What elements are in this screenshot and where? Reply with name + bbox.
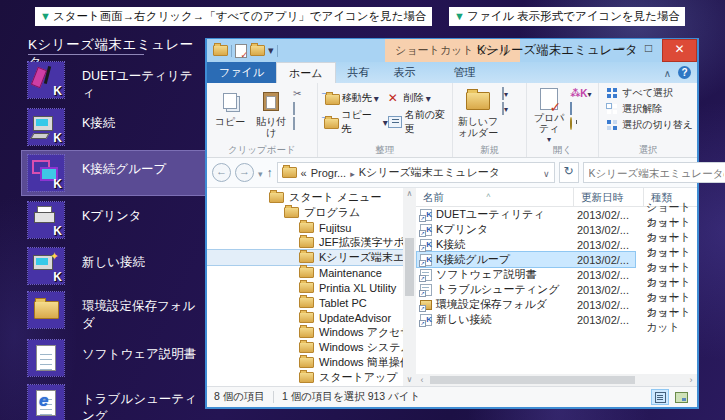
search-input[interactable]: [587, 166, 725, 180]
help-icon[interactable]: ?: [678, 66, 691, 79]
scroll-right-icon[interactable]: ›: [685, 375, 697, 385]
rename-button[interactable]: 名前の変更: [388, 108, 448, 136]
tree-item-tablet-pc[interactable]: Tablet PC: [207, 295, 403, 310]
easy-access-button[interactable]: [502, 103, 516, 115]
file-row-new-connection[interactable]: K↗新しい接続 2013/02/...ショートカット: [416, 312, 697, 327]
tree-item-fujitsu[interactable]: Fujitsu: [207, 220, 403, 235]
folder-icon: [299, 357, 314, 368]
tree-vertical-scrollbar[interactable]: ∧ ∨: [403, 188, 416, 386]
minimize-ribbon-icon[interactable]: [664, 67, 671, 79]
folder-icon: [299, 282, 314, 293]
divider: [273, 391, 274, 403]
new-folder-button[interactable]: 新しいフォルダー: [457, 86, 499, 145]
cut-button[interactable]: [293, 88, 307, 100]
new-item-button[interactable]: [502, 88, 516, 100]
folder-icon[interactable]: [213, 45, 228, 56]
history-button[interactable]: [570, 118, 584, 130]
edit-button[interactable]: [570, 103, 584, 115]
paste-button[interactable]: 貼り付け: [252, 86, 290, 145]
open-button[interactable]: ⁂K: [570, 88, 584, 100]
select-none-button[interactable]: 選択解除: [607, 102, 693, 116]
banner-start-screen-text: スタート画面→右クリック→「すべてのアプリ」でアイコンを見た場合: [53, 10, 427, 22]
banner-file-view: ▼ファイル 表示形式でアイコンを見た場合: [449, 7, 685, 26]
tree-item-k-series[interactable]: Kシリーズ端末エミュレータ: [207, 250, 403, 265]
tab-view[interactable]: 表示: [382, 62, 428, 83]
scroll-down-icon[interactable]: ∨: [407, 374, 413, 386]
divider: [231, 45, 232, 57]
app-tile-new-connection[interactable]: ✦K 新しい接続: [22, 244, 208, 288]
chevron-down-icon[interactable]: [268, 44, 274, 57]
column-header-date[interactable]: 更新日時: [574, 188, 644, 206]
move-to-button[interactable]: 移動先: [322, 91, 388, 105]
folder-icon: [299, 312, 314, 323]
thumbnail-view-button[interactable]: [672, 389, 690, 405]
scrollbar-thumb[interactable]: [405, 238, 414, 296]
delete-button[interactable]: 削除: [388, 91, 448, 105]
tree-item-windows-ease-of-access[interactable]: Windows 簡単操作: [207, 355, 403, 370]
app-tile-config-folder[interactable]: 環境設定保存フォルダ: [22, 288, 208, 336]
tree-item-startup[interactable]: スタートアップ: [207, 370, 403, 385]
tree-item-start-menu[interactable]: スタート メニュー: [207, 190, 403, 205]
group-label-organize: 整理: [318, 144, 452, 157]
tree-item-windows-system-tools[interactable]: Windows システム ツール: [207, 340, 403, 355]
ie-document-icon: e: [28, 385, 64, 420]
column-header-name[interactable]: 名前˄: [416, 188, 574, 206]
search-box[interactable]: [583, 162, 725, 183]
tree-item-printia[interactable]: Printia XL Utility: [207, 280, 403, 295]
chevron-down-icon: [588, 90, 592, 99]
copy-to-button[interactable]: コピー先: [322, 108, 388, 136]
list-view-icon: [655, 392, 666, 403]
navigation-tree: スタート メニュー プログラム Fujitsu JEF拡張漢字サポート Kシリー…: [207, 188, 403, 386]
select-all-button[interactable]: すべて選択: [607, 86, 693, 100]
scrollbar-thumb[interactable]: [430, 376, 635, 384]
address-dropdown-icon[interactable]: [543, 167, 550, 179]
tab-manage[interactable]: 管理: [442, 62, 488, 83]
app-tile-duet-utility[interactable]: K DUETユーティリティ: [22, 58, 208, 106]
breadcrumb-ellipsis[interactable]: «: [301, 167, 307, 179]
up-one-level-button[interactable]: [267, 166, 273, 180]
tree-item-updateadvisor[interactable]: UpdateAdvisor: [207, 310, 403, 325]
invert-selection-button[interactable]: 選択の切り替え: [607, 118, 693, 132]
recent-locations-icon[interactable]: [258, 167, 263, 179]
tab-share[interactable]: 共有: [336, 62, 382, 83]
minimize-button[interactable]: −: [608, 39, 635, 60]
maximize-button[interactable]: □: [635, 39, 662, 60]
tree-item-programs[interactable]: プログラム: [207, 205, 403, 220]
status-bar: 8 個の項目 1 個の項目を選択 913 バイト: [207, 386, 697, 407]
scroll-up-icon[interactable]: ∧: [407, 188, 413, 200]
properties-icon[interactable]: [235, 44, 247, 58]
folder-icon[interactable]: [250, 45, 265, 56]
list-horizontal-scrollbar[interactable]: ‹ ›: [416, 374, 697, 386]
app-tile-k-connect-group[interactable]: K K接続グループ: [22, 151, 208, 195]
tree-item-maintenance[interactable]: Maintenance: [207, 265, 403, 280]
back-button[interactable]: ←: [212, 163, 231, 182]
breadcrumb[interactable]: « Progr... Kシリーズ端末エミュレータ: [277, 162, 555, 183]
tab-home[interactable]: ホーム: [276, 62, 336, 83]
copy-button[interactable]: コピー: [211, 86, 249, 145]
k-printer-icon: K: [28, 202, 64, 238]
ribbon-group-clipboard: コピー 貼り付け クリップボード: [207, 83, 318, 157]
details-view-button[interactable]: [651, 389, 669, 405]
breadcrumb-parent[interactable]: Progr...: [311, 167, 346, 179]
app-tile-k-printer[interactable]: K Kプリンタ: [22, 198, 208, 242]
scroll-left-icon[interactable]: ‹: [416, 375, 428, 385]
tab-file[interactable]: ファイル: [207, 62, 276, 83]
forward-button[interactable]: →: [235, 163, 254, 182]
copy-path-button[interactable]: [293, 102, 295, 115]
ribbon-group-open: プロパティ ⁂K 開く: [527, 83, 599, 157]
group-label-select: 選択: [599, 144, 697, 157]
close-button[interactable]: ✕: [662, 39, 697, 62]
tree-item-jef[interactable]: JEF拡張漢字サポート: [207, 235, 403, 250]
properties-button[interactable]: プロパティ: [531, 86, 567, 145]
paste-shortcut-button[interactable]: [293, 117, 295, 130]
refresh-button[interactable]: [559, 162, 579, 183]
k-connect-group-icon: K: [28, 155, 64, 191]
app-tile-software-manual[interactable]: ソフトウェア説明書: [22, 336, 208, 380]
app-tile-k-connect[interactable]: K K接続: [22, 105, 208, 149]
selection-status: 1 個の項目を選択 913 バイト: [282, 390, 420, 404]
title-bar[interactable]: ショートカット ツール Kシリーズ端末エミュレータ − □ ✕: [207, 39, 697, 62]
app-tile-troubleshooting[interactable]: e トラブルシューティング: [22, 381, 208, 420]
breadcrumb-current[interactable]: Kシリーズ端末エミュレータ: [359, 165, 500, 180]
tree-item-windows-accessories[interactable]: Windows アクセサリ: [207, 325, 403, 340]
folder-icon: [299, 267, 314, 278]
